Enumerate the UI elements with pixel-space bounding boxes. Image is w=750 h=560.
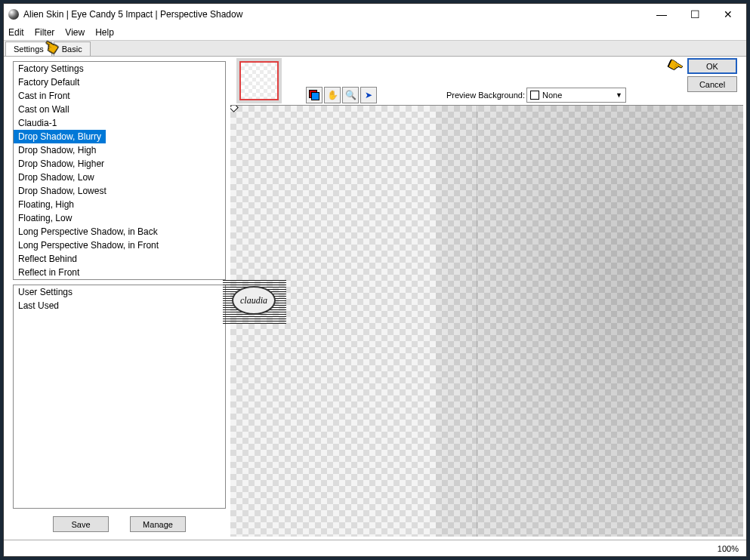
swatch-icon (530, 91, 539, 100)
list-item[interactable]: Last Used (14, 299, 225, 312)
menu-view[interactable]: View (65, 27, 85, 38)
list-item[interactable]: Reflect in Front (14, 266, 225, 279)
preview-bg-value: None (542, 91, 562, 100)
preview-canvas[interactable] (230, 105, 743, 537)
maximize-button[interactable]: ☐ (678, 4, 711, 25)
list-item[interactable]: Drop Shadow, Lowest (14, 184, 225, 198)
list-item[interactable]: Drop Shadow, High (14, 143, 225, 157)
list-header-user: User Settings (14, 285, 225, 299)
list-item[interactable]: Long Perspective Shadow, in Front (14, 238, 225, 252)
window-title: Alien Skin | Eye Candy 5 Impact | Perspe… (23, 9, 645, 20)
menu-help[interactable]: Help (95, 27, 114, 38)
list-item[interactable]: Factory Default (14, 75, 225, 89)
close-button[interactable]: ✕ (711, 4, 745, 25)
menu-edit[interactable]: Edit (8, 27, 24, 38)
cancel-button[interactable]: Cancel (687, 76, 737, 92)
magnifier-icon: 🔍 (345, 90, 356, 100)
list-item[interactable]: Long Perspective Shadow, in Back (14, 225, 225, 238)
tab-basic[interactable]: Basic (54, 42, 91, 56)
preview-bg-label: Preview Background: (446, 91, 525, 100)
status-bar: 100% (4, 540, 746, 556)
menubar: Edit Filter View Help (4, 25, 746, 40)
pointer-tool[interactable]: ➤ (360, 87, 377, 103)
list-item[interactable]: Cast on Wall (14, 103, 225, 116)
list-item[interactable]: Drop Shadow, Higher (14, 157, 225, 171)
tab-settings[interactable]: Settings (5, 42, 52, 56)
pointer-ok-icon: ☛ (664, 54, 687, 79)
list-item[interactable]: Claudia-1 (14, 116, 225, 130)
menu-filter[interactable]: Filter (35, 27, 55, 38)
arrow-icon: ➤ (365, 90, 372, 100)
ok-button[interactable]: OK (687, 58, 737, 74)
zoom-tool[interactable]: 🔍 (342, 87, 359, 103)
resize-handle[interactable] (230, 105, 239, 112)
color-swatch-icon (309, 90, 319, 100)
manage-button[interactable]: Manage (130, 516, 186, 532)
factory-settings-list[interactable]: Factory SettingsFactory DefaultCast in F… (13, 61, 226, 280)
list-item[interactable]: Cast in Front (14, 89, 225, 103)
app-icon (8, 9, 19, 20)
list-item[interactable]: Floating, High (14, 198, 225, 211)
titlebar: Alien Skin | Eye Candy 5 Impact | Perspe… (4, 4, 746, 25)
save-button[interactable]: Save (53, 516, 109, 532)
list-item[interactable]: Floating, Low (14, 211, 225, 225)
preview-thumbnail[interactable] (236, 58, 282, 103)
hand-tool[interactable]: ✋ (324, 87, 341, 103)
tabs-row: Settings Basic ☛ (4, 40, 746, 57)
list-item[interactable]: Reflect Behind (14, 252, 225, 266)
list-item[interactable]: Drop Shadow, Low (14, 171, 225, 184)
preview-bg-select[interactable]: None ▼ (526, 88, 626, 103)
zoom-level: 100% (718, 544, 739, 553)
list-item[interactable]: Drop Shadow, Blurry (14, 130, 106, 143)
user-settings-list[interactable]: User SettingsLast Used (13, 285, 226, 509)
hand-icon: ✋ (327, 90, 338, 100)
list-header-factory: Factory Settings (14, 62, 225, 75)
minimize-button[interactable]: — (645, 4, 678, 25)
color-picker-tool[interactable] (306, 87, 323, 103)
chevron-down-icon: ▼ (616, 91, 622, 99)
